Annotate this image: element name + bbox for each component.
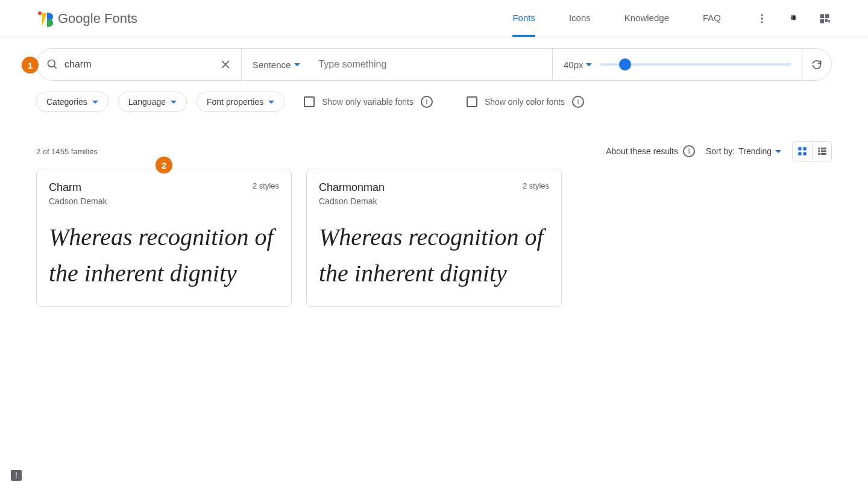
- list-view-button[interactable]: [812, 142, 831, 161]
- search-input[interactable]: [64, 59, 213, 70]
- variable-fonts-filter: Show only variable fonts i: [304, 96, 433, 108]
- svg-rect-15: [798, 147, 801, 150]
- filters: Categories Language Font properties Show…: [36, 92, 832, 112]
- clear-search-icon[interactable]: [219, 58, 231, 70]
- logo-icon: [36, 10, 53, 27]
- slider-thumb[interactable]: [619, 58, 631, 70]
- bag-icon[interactable]: [817, 11, 832, 26]
- svg-point-2: [761, 17, 763, 19]
- font-name: Charm: [49, 181, 107, 194]
- nav: Fonts Icons Knowledge FAQ: [512, 1, 721, 37]
- svg-rect-23: [818, 153, 820, 155]
- info-icon[interactable]: i: [572, 96, 584, 108]
- svg-rect-20: [820, 148, 826, 149]
- svg-rect-24: [820, 153, 826, 155]
- sort-prefix: Sort by:: [706, 146, 735, 156]
- size-dropdown[interactable]: 40px: [564, 60, 592, 70]
- more-icon[interactable]: [755, 11, 769, 26]
- view-toggle: [792, 141, 832, 161]
- sort-value: Trending: [738, 146, 772, 156]
- chevron-down-icon: [268, 101, 274, 104]
- reset-button[interactable]: [802, 58, 831, 70]
- svg-line-12: [54, 66, 57, 69]
- variable-checkbox[interactable]: [304, 96, 315, 107]
- info-icon: i: [683, 145, 695, 157]
- svg-rect-22: [820, 151, 826, 152]
- preview-text-box: [311, 49, 553, 80]
- color-label: Show only color fonts: [485, 97, 565, 107]
- grid-view-button[interactable]: [793, 142, 812, 161]
- header-actions: [755, 11, 832, 26]
- chevron-down-icon: [171, 101, 177, 104]
- preview-type-label: Sentence: [253, 60, 291, 70]
- svg-rect-21: [818, 151, 820, 152]
- nav-fonts[interactable]: Fonts: [512, 1, 535, 37]
- about-label: About these results: [606, 146, 678, 156]
- chevron-down-icon: [586, 63, 592, 66]
- font-card-charm[interactable]: Charm Cadson Demak 2 styles Whereas reco…: [36, 169, 292, 307]
- language-chip[interactable]: Language: [118, 92, 187, 112]
- color-checkbox[interactable]: [467, 96, 477, 107]
- search-icon: [46, 58, 58, 70]
- font-author: Cadson Demak: [49, 196, 107, 206]
- results-count: 2 of 1455 families: [36, 147, 98, 156]
- logo[interactable]: Google Fonts: [36, 10, 137, 27]
- svg-rect-8: [825, 19, 828, 21]
- size-value: 40px: [564, 60, 583, 70]
- svg-rect-17: [798, 152, 801, 155]
- chip-label: Categories: [46, 97, 87, 107]
- chevron-down-icon: [294, 63, 300, 66]
- theme-icon[interactable]: [786, 11, 800, 26]
- reset-icon: [811, 58, 823, 70]
- size-slider[interactable]: [600, 63, 791, 66]
- font-grid: Charm Cadson Demak 2 styles Whereas reco…: [36, 169, 832, 307]
- chevron-down-icon: [775, 150, 781, 153]
- results-bar: 2 of 1455 families About these results i…: [36, 141, 832, 161]
- toolbar: Sentence 40px: [36, 48, 832, 81]
- variable-label: Show only variable fonts: [322, 97, 414, 107]
- size-box: 40px: [553, 49, 802, 80]
- search-box: [37, 49, 242, 80]
- svg-rect-7: [820, 19, 825, 23]
- header: Google Fonts Fonts Icons Knowledge FAQ: [0, 0, 868, 37]
- annotation-badge-2: 2: [156, 157, 172, 174]
- svg-rect-19: [818, 148, 820, 149]
- chevron-down-icon: [92, 101, 98, 104]
- svg-point-3: [761, 21, 763, 23]
- preview-type-dropdown[interactable]: Sentence: [242, 49, 311, 80]
- preview-text-input[interactable]: [318, 59, 545, 70]
- font-styles: 2 styles: [523, 181, 549, 190]
- sort-dropdown[interactable]: Sort by: Trending: [706, 146, 781, 156]
- svg-rect-5: [820, 14, 825, 18]
- svg-rect-18: [804, 152, 807, 155]
- font-sample: Whereas recognition of the inherent dign…: [319, 219, 549, 292]
- chip-label: Font properties: [207, 97, 263, 107]
- svg-point-0: [38, 11, 42, 15]
- font-card-charmonman[interactable]: Charmonman Cadson Demak 2 styles Whereas…: [306, 169, 562, 307]
- properties-chip[interactable]: Font properties: [197, 92, 285, 112]
- font-author: Cadson Demak: [319, 196, 385, 206]
- svg-point-11: [48, 60, 55, 67]
- color-fonts-filter: Show only color fonts i: [467, 96, 584, 108]
- about-results[interactable]: About these results i: [606, 145, 695, 157]
- svg-rect-16: [804, 147, 807, 150]
- svg-rect-6: [825, 14, 829, 18]
- info-icon[interactable]: i: [421, 96, 433, 108]
- svg-point-1: [761, 14, 763, 16]
- nav-knowledge[interactable]: Knowledge: [624, 1, 669, 37]
- chip-label: Language: [128, 97, 166, 107]
- logo-text: Google Fonts: [58, 11, 137, 27]
- nav-faq[interactable]: FAQ: [703, 1, 721, 37]
- annotation-badge-1: 1: [22, 57, 39, 74]
- categories-chip[interactable]: Categories: [36, 92, 108, 112]
- font-sample: Whereas recognition of the inherent dign…: [49, 219, 279, 292]
- svg-rect-10: [829, 19, 830, 22]
- nav-icons[interactable]: Icons: [569, 1, 591, 37]
- font-name: Charmonman: [319, 181, 385, 194]
- font-styles: 2 styles: [253, 181, 279, 190]
